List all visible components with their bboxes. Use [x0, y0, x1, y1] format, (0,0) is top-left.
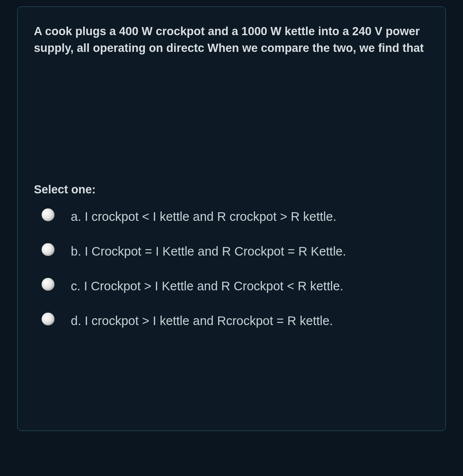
- option-c-text: c. I Crockpot > I Kettle and R Crockpot …: [71, 275, 369, 297]
- radio-icon[interactable]: [42, 278, 54, 291]
- option-letter: d.: [71, 314, 81, 328]
- select-one-label: Select one:: [34, 183, 429, 196]
- radio-icon[interactable]: [42, 208, 54, 221]
- radio-icon[interactable]: [42, 243, 54, 256]
- radio-icon[interactable]: [42, 313, 54, 325]
- option-content: I crockpot > I kettle and Rcrockpot = R …: [85, 314, 333, 328]
- option-letter: b.: [71, 244, 81, 258]
- question-prompt: A cook plugs a 400 W crockpot and a 1000…: [34, 23, 429, 57]
- option-content: I Crockpot = I Kettle and R Crockpot = R…: [85, 244, 346, 258]
- option-b-row[interactable]: b. I Crockpot = I Kettle and R Crockpot …: [34, 241, 429, 262]
- option-c-row[interactable]: c. I Crockpot > I Kettle and R Crockpot …: [34, 275, 429, 297]
- option-a-row[interactable]: a. I crockpot < I kettle and R crockpot …: [34, 206, 429, 228]
- option-a-text: a. I crockpot < I kettle and R crockpot …: [71, 206, 362, 228]
- option-d-text: d. I crockpot > I kettle and Rcrockpot =…: [71, 310, 359, 332]
- option-d-row[interactable]: d. I crockpot > I kettle and Rcrockpot =…: [34, 310, 429, 332]
- option-letter: c.: [71, 279, 81, 293]
- question-card: A cook plugs a 400 W crockpot and a 1000…: [17, 6, 446, 431]
- option-content: I crockpot < I kettle and R crockpot > R…: [85, 210, 336, 223]
- option-content: I Crockpot > I Kettle and R Crockpot < R…: [84, 279, 343, 293]
- option-letter: a.: [71, 210, 81, 223]
- option-b-text: b. I Crockpot = I Kettle and R Crockpot …: [71, 241, 372, 262]
